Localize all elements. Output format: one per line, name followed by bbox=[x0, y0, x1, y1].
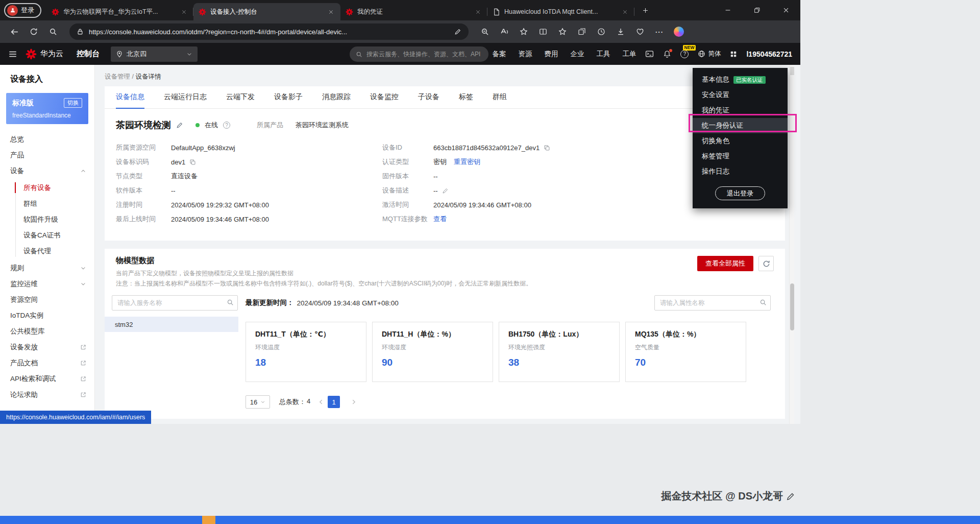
more-menu-icon[interactable] bbox=[650, 23, 669, 40]
scrollbar-top-button[interactable] bbox=[790, 67, 794, 75]
huawei-cloud-logo[interactable]: 华为云 bbox=[26, 49, 63, 60]
favorite-star-icon[interactable] bbox=[514, 23, 533, 40]
toolbar-search-button[interactable] bbox=[44, 23, 62, 40]
nav-link-tickets[interactable]: 工单 bbox=[622, 50, 636, 59]
browser-essentials-icon[interactable] bbox=[631, 23, 649, 40]
sidebar-item-devices[interactable]: 设备 bbox=[0, 163, 94, 179]
sidebar-item-device-provisioning[interactable]: 设备发放 bbox=[0, 339, 94, 355]
page-size-select[interactable]: 16 bbox=[246, 395, 270, 409]
tab-close-icon[interactable] bbox=[326, 7, 335, 16]
menu-item-my-credentials[interactable]: 我的凭证 bbox=[693, 103, 788, 118]
nav-link-billing[interactable]: 费用 bbox=[544, 50, 558, 59]
read-aloud-icon[interactable] bbox=[495, 23, 513, 40]
refresh-properties-button[interactable] bbox=[758, 256, 774, 271]
sidebar-item-all-devices[interactable]: 所有设备 bbox=[0, 180, 94, 196]
tab-child-devices[interactable]: 子设备 bbox=[418, 86, 439, 109]
region-selector[interactable]: 北京四 bbox=[111, 46, 198, 62]
menu-item-switch-role[interactable]: 切换角色 bbox=[693, 133, 788, 149]
sidebar-item-resource-spaces[interactable]: 资源空间 bbox=[0, 292, 94, 307]
sidebar-item-product-docs[interactable]: 产品文档 bbox=[0, 355, 94, 371]
account-id[interactable]: l19504562721 bbox=[746, 50, 792, 58]
cli-console-icon[interactable] bbox=[645, 50, 654, 58]
console-search-input[interactable] bbox=[366, 51, 482, 58]
tab-cloud-run-logs[interactable]: 云端运行日志 bbox=[164, 86, 207, 109]
menu-item-security-settings[interactable]: 安全设置 bbox=[693, 87, 788, 103]
window-close-button[interactable] bbox=[771, 0, 800, 20]
nav-link-enterprise[interactable]: 企业 bbox=[570, 50, 584, 59]
tab-message-trace[interactable]: 消息跟踪 bbox=[322, 86, 351, 109]
split-screen-icon[interactable] bbox=[534, 23, 552, 40]
hamburger-menu-icon[interactable] bbox=[8, 50, 17, 59]
tab-device-monitoring[interactable]: 设备监控 bbox=[370, 86, 399, 109]
view-all-properties-button[interactable]: 查看全部属性 bbox=[697, 256, 753, 271]
menu-item-basic-info[interactable]: 基本信息 已实名认证 bbox=[693, 72, 788, 87]
tab-tags[interactable]: 标签 bbox=[459, 86, 473, 109]
tab-close-icon[interactable] bbox=[620, 7, 629, 16]
menu-item-operation-log[interactable]: 操作日志 bbox=[693, 164, 788, 179]
browser-tab-device-console[interactable]: 设备接入-控制台 bbox=[193, 3, 340, 20]
sidebar-item-forum[interactable]: 论坛求助 bbox=[0, 387, 94, 402]
property-card-mq135[interactable]: MQ135（单位：%） 空气质量 70 bbox=[625, 322, 746, 382]
sidebar-item-api-explorer[interactable]: API检索和调试 bbox=[0, 371, 94, 387]
browser-profile-button[interactable]: 登录 bbox=[4, 3, 41, 18]
property-search-input[interactable] bbox=[654, 295, 771, 311]
copilot-icon[interactable] bbox=[670, 23, 688, 40]
back-button[interactable] bbox=[5, 23, 23, 40]
window-restore-button[interactable] bbox=[742, 0, 771, 20]
property-card-dht11-h[interactable]: DHT11_H（单位：%） 环境湿度 90 bbox=[372, 322, 493, 382]
service-item-stm32[interactable]: stm32 bbox=[105, 317, 238, 332]
sidebar-item-model-library[interactable]: 公共模型库 bbox=[0, 323, 94, 339]
new-tab-button[interactable] bbox=[638, 3, 653, 18]
product-name[interactable]: 茶园环境监测系统 bbox=[296, 121, 349, 130]
logout-button[interactable]: 退出登录 bbox=[715, 186, 765, 200]
sidebar-item-iotda-instances[interactable]: IoTDA实例 bbox=[0, 307, 94, 323]
refresh-button[interactable] bbox=[24, 23, 43, 40]
nav-link-tools[interactable]: 工具 bbox=[596, 50, 610, 59]
service-search-input[interactable] bbox=[112, 295, 238, 311]
next-page-button[interactable] bbox=[350, 398, 357, 406]
tab-cloud-delivery[interactable]: 云端下发 bbox=[226, 86, 255, 109]
browser-tab-iot-platform[interactable]: 华为云物联网平台_华为云IoT平... bbox=[46, 3, 193, 20]
property-card-bh1750[interactable]: BH1750（单位：Lux） 环境光照强度 38 bbox=[499, 322, 620, 382]
browser-tab-mqtt-client[interactable]: Huaweicloud IoTDA Mqtt Client... bbox=[487, 3, 634, 20]
search-icon[interactable] bbox=[227, 299, 234, 306]
menu-item-iam[interactable]: 统一身份认证 bbox=[693, 118, 788, 133]
tab-groups[interactable]: 群组 bbox=[493, 86, 507, 109]
sidebar-item-rules[interactable]: 规则 bbox=[0, 260, 94, 276]
language-selector[interactable]: 简体 bbox=[698, 50, 721, 58]
browser-tab-credentials[interactable]: 我的凭证 bbox=[340, 3, 487, 20]
status-help-icon[interactable] bbox=[223, 122, 230, 129]
downloads-icon[interactable] bbox=[611, 23, 630, 40]
breadcrumb-parent[interactable]: 设备管理 bbox=[105, 73, 130, 80]
property-card-dht11-t[interactable]: DHT11_T（单位：℃） 环境温度 18 bbox=[246, 322, 366, 382]
tab-close-icon[interactable] bbox=[473, 7, 482, 16]
address-bar[interactable]: https://console.huaweicloud.com/iotdm/?r… bbox=[69, 23, 469, 40]
help-icon[interactable]: NEW bbox=[680, 50, 689, 58]
menu-item-tag-management[interactable]: 标签管理 bbox=[693, 149, 788, 164]
instance-card[interactable]: 标准版 切换 freeStandardInstance bbox=[6, 93, 88, 124]
tab-device-shadow[interactable]: 设备影子 bbox=[274, 86, 303, 109]
copy-icon[interactable] bbox=[544, 145, 550, 151]
sidebar-item-overview[interactable]: 总览 bbox=[0, 131, 94, 147]
tab-device-info[interactable]: 设备信息 bbox=[116, 86, 144, 109]
sidebar-item-products[interactable]: 产品 bbox=[0, 147, 94, 163]
console-link[interactable]: 控制台 bbox=[77, 49, 100, 59]
search-icon[interactable] bbox=[760, 299, 767, 306]
favorites-bar-icon[interactable] bbox=[553, 23, 572, 40]
window-minimize-button[interactable] bbox=[713, 0, 742, 20]
history-icon[interactable] bbox=[592, 23, 610, 40]
view-mqtt-params-link[interactable]: 查看 bbox=[433, 215, 447, 224]
edit-device-name-icon[interactable] bbox=[176, 122, 183, 129]
nav-link-resources[interactable]: 资源 bbox=[518, 50, 532, 59]
page-scrollbar[interactable] bbox=[789, 65, 794, 424]
nav-link-beian[interactable]: 备案 bbox=[492, 50, 506, 59]
sidebar-item-device-ca[interactable]: 设备CA证书 bbox=[0, 227, 94, 243]
apps-grid-icon[interactable] bbox=[730, 51, 737, 58]
sidebar-item-groups[interactable]: 群组 bbox=[0, 196, 94, 211]
sidebar-item-device-proxy[interactable]: 设备代理 bbox=[0, 243, 94, 259]
zoom-out-icon[interactable] bbox=[476, 23, 494, 40]
scrollbar-thumb[interactable] bbox=[790, 283, 794, 330]
sidebar-item-firmware-upgrade[interactable]: 软固件升级 bbox=[0, 211, 94, 227]
sidebar-item-om[interactable]: 监控运维 bbox=[0, 276, 94, 292]
console-search[interactable] bbox=[350, 46, 488, 62]
